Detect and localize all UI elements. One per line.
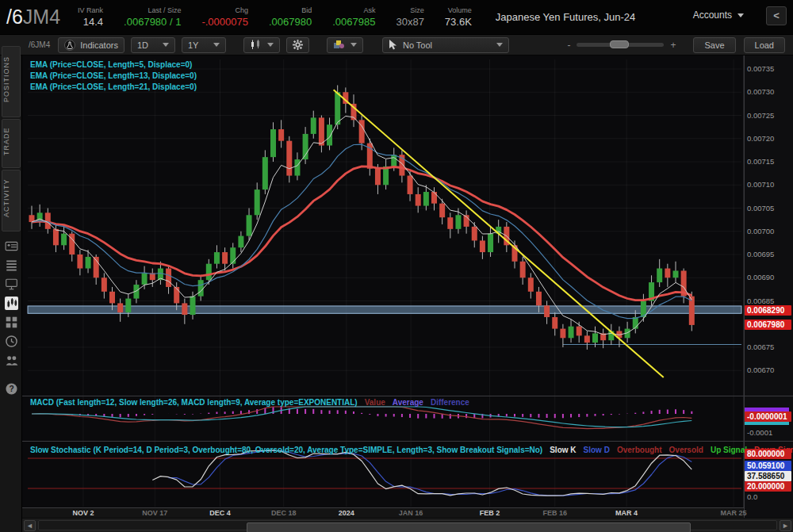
horizontal-scrollbar[interactable]: ◄ ►	[22, 518, 793, 532]
candle	[455, 215, 461, 229]
ema-study-label[interactable]: EMA (Price=CLOSE, Length=21, Displace=0)	[30, 82, 197, 91]
scroll-right-button[interactable]: ►	[780, 520, 791, 531]
candle	[142, 273, 147, 285]
stochastic-study-header[interactable]: Slow Stochastic (K Period=14, D Period=3…	[30, 446, 793, 454]
candle	[480, 240, 485, 252]
price-badge: 0.0068290	[745, 305, 791, 316]
candle	[592, 333, 598, 343]
stochastic-badge: 80.000000	[745, 449, 791, 459]
candle	[198, 280, 204, 296]
legend-item: Up Signal	[711, 446, 747, 454]
candle	[488, 234, 493, 252]
candle	[102, 277, 107, 292]
candle	[569, 327, 574, 339]
time-axis-label: NOV 17	[142, 509, 167, 517]
price-axis-label: 0.00730	[747, 87, 774, 96]
candle	[544, 305, 550, 317]
legend-item: Overbought	[617, 446, 662, 454]
candle	[375, 169, 381, 185]
candle	[247, 215, 252, 235]
legend-item: Average	[393, 398, 423, 407]
ema-study-label[interactable]: EMA (Price=CLOSE, Length=5, Displace=0)	[30, 60, 192, 69]
price-axis-label: 0.00670	[747, 366, 774, 374]
legend-item: Oversold	[669, 446, 703, 454]
candle	[262, 157, 268, 189]
candle	[319, 117, 324, 145]
macd-label: MACD (Fast length=12, Slow length=26, MA…	[30, 398, 358, 407]
price-axis-label: 0.00725	[747, 111, 774, 120]
legend-item: Difference	[431, 398, 469, 407]
price-axis-label: 0.00695	[747, 250, 774, 258]
candle	[439, 204, 445, 218]
candle	[230, 247, 236, 263]
legend-item: Slow K	[550, 446, 576, 454]
candle	[270, 129, 276, 157]
stochastic-axis-label: 0.0	[747, 492, 757, 501]
candle	[520, 262, 526, 277]
time-axis-label: MAR 25	[721, 509, 747, 517]
time-axis-label: 2024	[339, 509, 354, 517]
price-axis-label: 0.00685	[747, 297, 774, 305]
macd-value-badge: -0.0000001	[745, 411, 791, 422]
scrollbar-thumb[interactable]	[247, 522, 691, 532]
candle	[222, 252, 228, 264]
time-axis-label: DEC 4	[209, 509, 231, 517]
price-badge: 0.0067980	[745, 320, 791, 330]
candle	[125, 299, 131, 313]
stochastic-badge: 20.000000	[745, 481, 791, 492]
candle	[584, 335, 590, 343]
stochastic-badge: 37.588650	[745, 471, 791, 481]
candle	[423, 192, 429, 206]
candle	[536, 292, 542, 306]
support-band	[28, 306, 741, 313]
candle	[117, 303, 123, 312]
time-axis-label: NOV 2	[72, 509, 94, 517]
candle	[86, 257, 91, 269]
stochastic-badge: 50.059100	[745, 461, 791, 471]
time-axis-label: DEC 18	[271, 509, 297, 517]
candle	[77, 255, 82, 269]
price-axis-label: 0.00675	[747, 343, 774, 351]
price-axis-label: 0.00735	[747, 64, 774, 73]
price-axis-label: 0.00720	[747, 134, 774, 143]
candle	[335, 92, 340, 124]
candle	[190, 297, 196, 315]
price-axis-label: 0.00705	[747, 204, 774, 212]
stochastic-label: Slow Stochastic (K Period=14, D Period=3…	[30, 446, 542, 454]
time-axis-label: FEB 16	[542, 509, 567, 517]
price-axis-label: 0.00690	[747, 273, 774, 281]
candle	[633, 317, 638, 329]
price-axis-label: 0.00715	[747, 157, 774, 166]
trading-platform-window: /6JM4 IV Rank14.4Last / Size.0067980 / 1…	[0, 0, 793, 532]
candle	[214, 252, 220, 264]
candle	[447, 217, 453, 229]
scrollbar-track[interactable]	[38, 520, 777, 530]
candle	[391, 155, 396, 166]
candle	[109, 292, 115, 304]
trendline	[334, 90, 664, 377]
candle	[174, 287, 179, 303]
candle	[665, 269, 670, 278]
candle	[416, 194, 421, 206]
macd-difference-badge	[745, 422, 789, 425]
candle	[560, 329, 565, 339]
price-axis-label: 0.00700	[747, 227, 774, 235]
macd-axis-label: -0.0001	[747, 428, 772, 437]
candle	[294, 159, 300, 175]
time-axis-label: FEB 2	[480, 509, 500, 517]
scroll-left-button[interactable]: ◄	[24, 520, 36, 531]
candle	[182, 303, 187, 315]
candle	[552, 317, 557, 329]
time-axis-label: MAR 4	[615, 509, 638, 517]
candle	[327, 124, 332, 145]
candle	[278, 129, 284, 141]
candle	[673, 270, 679, 277]
candle	[577, 327, 582, 336]
candle	[657, 269, 662, 283]
candle	[61, 234, 67, 246]
candle	[166, 269, 171, 287]
candle	[238, 236, 243, 248]
candle	[206, 264, 212, 280]
ema-study-label[interactable]: EMA (Price=CLOSE, Length=13, Displace=0)	[30, 71, 197, 80]
macd-study-header[interactable]: MACD (Fast length=12, Slow length=26, MA…	[30, 398, 469, 407]
